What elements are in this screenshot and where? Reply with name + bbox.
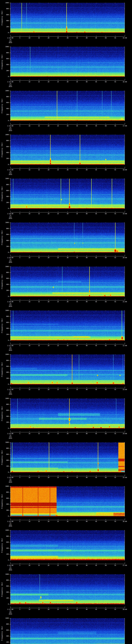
x-minute-tick: [77, 36, 77, 36]
y-tick-label: 800: [0, 140, 9, 142]
x-minute-label: 50: [105, 37, 106, 39]
y-tick-mark: [9, 196, 10, 197]
x-end-time-label: 23:00: [122, 389, 127, 390]
x-minute-tick: [86, 36, 87, 36]
y-tick-mark: [9, 448, 10, 448]
x-minute-label: 45: [95, 433, 97, 434]
y-tick-mark: [9, 530, 10, 530]
y-tick-label: 0: [0, 384, 9, 385]
x-minute-label: 30: [67, 81, 68, 83]
y-tick-label: 400: [0, 64, 9, 66]
x-minute-label: 15: [38, 345, 40, 346]
y-axis-label: Frequency (Hz): [1, 450, 3, 465]
spectrogram-panel: Frequency (Hz) 02004006008001000 2:24:00…: [0, 440, 132, 484]
x-minute-label: 20: [48, 433, 49, 434]
spectrogram-panel: Frequency (Hz) 02004006008001000 2:16:00…: [0, 88, 132, 132]
spectrogram-panel: Frequency (Hz) 02004006008001000 2:25:00…: [0, 484, 132, 528]
x-minute-tick: [20, 300, 20, 300]
x-end-tick: [125, 35, 125, 36]
x-end-tick: [10, 79, 10, 80]
x-minute-label: 20: [48, 345, 49, 346]
x-minute-label: 55: [114, 301, 116, 302]
x-minute-tick: [86, 124, 87, 124]
x-minute-label: 20: [48, 81, 49, 83]
y-tick-label: 400: [0, 108, 9, 110]
spectrogram-panel: Frequency (Hz) 02004006008001000 2:19:00…: [0, 220, 132, 264]
x-minute-label: 40: [86, 433, 88, 434]
x-minute-tick: [58, 387, 58, 388]
x-minute-label: 40: [86, 389, 88, 390]
x-minute-tick: [86, 344, 87, 344]
x-minute-label: 40: [86, 81, 88, 83]
x-end-tick: [125, 167, 125, 168]
x-start-time-label: 2:27:00: [7, 609, 13, 610]
date-line: 2015: [0, 526, 21, 527]
y-tick-label: 400: [0, 592, 9, 593]
y-tick-label: 800: [0, 184, 9, 186]
x-minute-tick: [20, 256, 20, 256]
x-minute-label: 45: [95, 389, 97, 390]
x-minute-tick: [77, 80, 77, 80]
spectrogram-canvas: [10, 3, 125, 33]
date-line: 2015: [0, 438, 21, 439]
x-minute-label: 25: [57, 521, 59, 522]
x-minute-tick: [20, 344, 20, 344]
y-tick-label: 400: [0, 504, 9, 505]
x-minute-tick: [68, 607, 68, 608]
y-tick-label: 200: [0, 70, 9, 72]
y-tick-label: 800: [0, 8, 9, 10]
x-start-time-label: 2:22:00: [7, 389, 13, 390]
x-minute-label: 10: [28, 213, 30, 214]
date-label: 11Jul2015: [0, 39, 21, 44]
x-minute-label: 30: [67, 477, 68, 478]
x-minute-label: 45: [95, 125, 97, 127]
y-tick-mark: [9, 536, 10, 536]
x-minute-tick: [20, 563, 20, 564]
date-label: 11Jul2015: [0, 259, 21, 263]
x-start-time-label: 2:23:00: [7, 433, 13, 434]
spectrogram-panel: Frequency (Hz) 02004006008001000 2:21:00…: [0, 308, 132, 352]
spectrogram-canvas: [10, 574, 125, 604]
y-tick-mark: [9, 240, 10, 241]
x-minute-label: 10: [28, 345, 30, 346]
y-tick-mark: [9, 228, 10, 229]
y-tick-label: 600: [0, 14, 9, 16]
x-minute-label: 15: [38, 169, 40, 171]
y-tick-mark: [9, 504, 10, 504]
x-minute-label: 5: [20, 609, 20, 610]
x-minute-label: 40: [86, 565, 88, 566]
x-minute-tick: [77, 519, 77, 520]
x-minute-tick: [77, 607, 77, 608]
spectrogram-panel: Frequency (Hz) 02004006008001000 2:18:00…: [0, 176, 132, 220]
y-tick-mark: [9, 384, 10, 384]
y-tick-label: 600: [0, 410, 9, 411]
y-tick-label: 200: [0, 466, 9, 467]
y-tick-mark: [9, 472, 10, 472]
x-minute-label: 45: [95, 81, 97, 83]
y-tick-mark: [9, 27, 10, 27]
y-axis-label: Frequency (Hz): [1, 406, 3, 421]
spectrogram-panel: Frequency (Hz) 02004006008001000 2:22:00…: [0, 352, 132, 396]
x-minute-label: 30: [67, 389, 68, 390]
x-minute-label: 25: [57, 477, 59, 478]
x-minute-label: 35: [76, 345, 78, 346]
y-axis-label: Frequency (Hz): [1, 538, 3, 553]
x-minute-label: 25: [57, 301, 59, 302]
x-start-time-label: 2:19:00: [7, 257, 13, 258]
y-tick-mark: [9, 542, 10, 542]
y-tick-label: 800: [0, 52, 9, 54]
y-tick-mark: [9, 222, 10, 223]
x-axis-line: [10, 168, 125, 168]
x-minute-label: 50: [105, 81, 106, 83]
x-minute-label: 30: [67, 521, 68, 522]
x-end-tick: [125, 299, 125, 300]
spectrogram-canvas: [10, 47, 125, 77]
x-end-tick: [10, 342, 10, 344]
x-minute-label: 45: [95, 565, 97, 566]
y-tick-label: 400: [0, 20, 9, 22]
y-tick-mark: [9, 460, 10, 460]
x-minute-tick: [58, 563, 58, 564]
x-axis-line: [10, 388, 125, 388]
x-minute-label: 50: [105, 301, 106, 302]
date-line: 2015: [0, 174, 21, 175]
